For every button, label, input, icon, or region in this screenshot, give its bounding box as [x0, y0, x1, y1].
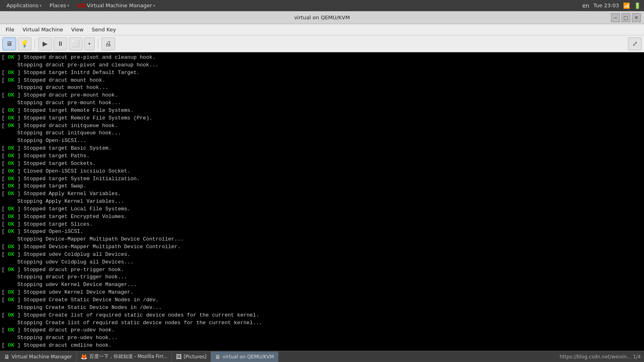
terminal-line: Stopping dracut pre-mount hook...	[0, 99, 644, 107]
terminal-line: [ OK ] Stopped Create Static Device Node…	[0, 296, 644, 304]
clock: Tue 23:03	[593, 2, 619, 8]
taskbar-item[interactable]: 🦊百度一下，你就知道 - Mozilla Firr...	[76, 352, 172, 362]
menu-item-file[interactable]: File	[2, 25, 19, 34]
places-arrow: ▾	[67, 4, 69, 8]
taskbar-item-icon: 🖼	[176, 354, 182, 360]
terminal-line: [ OK ] Stopped target Remote File System…	[0, 115, 644, 122]
expand-button[interactable]: ⤢	[628, 37, 642, 50]
taskbar-item[interactable]: 🖼[Pictures]	[172, 352, 211, 362]
taskbar-item-label: 百度一下，你就知道 - Mozilla Firr...	[89, 353, 167, 360]
terminal-line: [ OK ] Stopped Device-Mapper Multipath D…	[0, 243, 644, 251]
terminal-line: [ OK ] Stopped dracut mount hook.	[0, 77, 644, 84]
terminal-line: [ OK ] Stopped Create list of required s…	[0, 312, 644, 319]
terminal-line: Stopping dracut initqueue hook...	[0, 130, 644, 137]
menu-item-view[interactable]: View	[67, 25, 88, 34]
terminal-line: Stopping Apply Kernel Variables...	[0, 198, 644, 206]
terminal-line: [ OK ] Stopped target Local File Systems…	[0, 206, 644, 213]
lang-indicator[interactable]: en	[582, 2, 590, 9]
vmm-icon: VA	[77, 2, 86, 9]
terminal-line: [ OK ] Stopped target Swap.	[0, 183, 644, 190]
toolbar-separator-2	[98, 39, 98, 49]
bulb-button[interactable]: 💡	[18, 37, 31, 50]
terminal-line: [ OK ] Stopped udev Kernel Device Manage…	[0, 289, 644, 296]
window-controls: − □ ✕	[611, 13, 641, 22]
vmm-arrow: ▾	[153, 4, 155, 8]
terminal-line: Stopping dracut mount hook...	[0, 84, 644, 92]
play-button[interactable]: ▶	[38, 37, 52, 50]
terminal-line: Stopping udev Kernel Device Manager...	[0, 281, 644, 289]
terminal-line: [ OK ] Stopped target System Initializat…	[0, 175, 644, 183]
taskbar: 🖥Virtual Machine Manager🦊百度一下，你就知道 - Moz…	[0, 351, 644, 362]
terminal-line: Stopping Device-Mapper Multipath Device …	[0, 236, 644, 243]
vmm-label: Virtual Machine Manager	[87, 2, 152, 8]
terminal-line: [ OK ] Stopped target Encrypted Volumes.	[0, 213, 644, 221]
terminal-line: Stopping Create list of required static …	[0, 319, 644, 327]
wifi-icon: 📶	[623, 2, 630, 9]
menu-item-virtual-machine[interactable]: Virtual Machine	[19, 25, 67, 34]
pause-button[interactable]: ⏸	[54, 37, 67, 50]
taskbar-url: https://blog.csdn.net/weixin... 1/4	[559, 354, 644, 360]
terminal-line: [ OK ] Stopped target Basic System.	[0, 145, 644, 152]
taskbar-item-icon: 🖥	[4, 354, 10, 360]
places-menu[interactable]: Places ▾	[46, 2, 72, 9]
terminal-line: Stopping Create Static Device Nodes in /…	[0, 304, 644, 312]
taskbar-item[interactable]: 🖥Virtual Machine Manager	[0, 352, 76, 362]
system-bar-left: Applications ▾ Places ▾ VA Virtual Machi…	[3, 2, 158, 10]
minimize-button[interactable]: −	[611, 13, 620, 22]
toolbar-separator-1	[35, 39, 35, 49]
terminal-line: [ OK ] Stopped target Sockets.	[0, 160, 644, 168]
terminal-line: [ OK ] Stopped target Initrd Default Tar…	[0, 69, 644, 77]
terminal-line: [ OK ] Stopped dracut pre-trigger hook.	[0, 266, 644, 274]
fullscreen-button[interactable]: ⬜	[69, 37, 83, 50]
menu-bar: FileVirtual MachineViewSend Key	[0, 24, 644, 35]
terminal-line: [ OK ] Stopped udev Coldplug all Devices…	[0, 251, 644, 259]
menu-item-send-key[interactable]: Send Key	[88, 25, 120, 34]
taskbar-item-icon: 🦊	[80, 354, 87, 360]
terminal-line: [ OK ] Stopped dracut pre-udev hook.	[0, 327, 644, 334]
battery-icon: 🔋	[634, 2, 641, 9]
view-dropdown[interactable]: ▾	[84, 37, 95, 50]
terminal-line: [ OK ] Stopped Apply Kernel Variables.	[0, 190, 644, 198]
taskbar-item[interactable]: 🖥virtual on QEMU/KVM	[211, 352, 279, 362]
terminal-line: [ OK ] Stopped dracut pre-pivot and clea…	[0, 54, 644, 62]
terminal-line: [ OK ] Stopped dracut cmdline hook.	[0, 342, 644, 350]
restore-button[interactable]: □	[621, 13, 630, 22]
terminal-line: [ OK ] Stopped target Paths.	[0, 152, 644, 160]
terminal-line: [ OK ] Stopped target Remote File System…	[0, 107, 644, 115]
system-bar-right: en Tue 23:03 📶 🔋	[582, 2, 641, 9]
close-button[interactable]: ✕	[632, 13, 641, 22]
terminal-line: Stopping dracut pre-udev hook...	[0, 334, 644, 342]
applications-label: Applications	[6, 2, 38, 8]
vmm-menu[interactable]: VA Virtual Machine Manager ▾	[74, 2, 158, 10]
taskbar-item-icon: 🖥	[215, 354, 221, 360]
terminal-line: Stopping udev Coldplug all Devices...	[0, 259, 644, 266]
terminal-line: Stopping Open-iSCSI...	[0, 137, 644, 145]
toolbar: 🖥 💡 ▶ ⏸ ⬜ ▾ 🖨 ⤢	[0, 35, 644, 52]
terminal-line: [ OK ] Stopped dracut pre-mount hook.	[0, 92, 644, 99]
applications-arrow: ▾	[39, 4, 41, 8]
applications-menu[interactable]: Applications ▾	[3, 2, 45, 9]
terminal-line: [ OK ] Closed Open-iSCSI iscsiuio Socket…	[0, 168, 644, 175]
screenshot-button[interactable]: 🖨	[101, 37, 115, 50]
title-bar: virtual on QEMU/KVM − □ ✕	[0, 11, 644, 24]
terminal-line: [ OK ] Stopped Open-iSCSI.	[0, 228, 644, 236]
terminal-line: [ OK ] Stopped dracut initqueue hook.	[0, 122, 644, 130]
terminal-line: Stopping dracut pre-pivot and cleanup ho…	[0, 62, 644, 69]
terminal-area: [ OK ] Stopped dracut pre-pivot and clea…	[0, 52, 644, 351]
screen-button[interactable]: 🖥	[2, 37, 16, 50]
taskbar-item-label: [Pictures]	[184, 354, 206, 360]
terminal-line: Stopping dracut pre-trigger hook...	[0, 274, 644, 281]
terminal-line: [ OK ] Stopped target Slices.	[0, 221, 644, 228]
places-label: Places	[50, 2, 66, 8]
window-title: virtual on QEMU/KVM	[294, 14, 350, 21]
system-bar: Applications ▾ Places ▾ VA Virtual Machi…	[0, 0, 644, 11]
taskbar-item-label: virtual on QEMU/KVM	[223, 354, 274, 360]
taskbar-item-label: Virtual Machine Manager	[12, 354, 72, 360]
